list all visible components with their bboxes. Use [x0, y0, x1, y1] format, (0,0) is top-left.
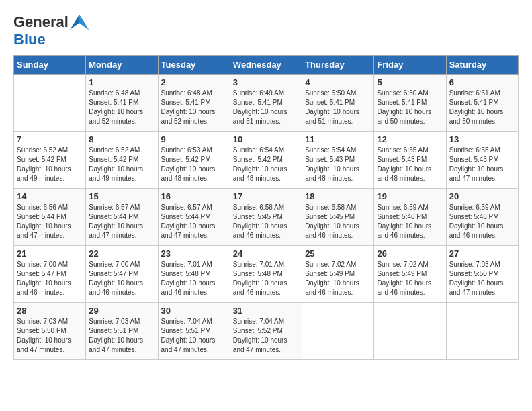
- calendar-table: SundayMondayTuesdayWednesdayThursdayFrid…: [13, 55, 519, 360]
- day-number: 29: [89, 306, 154, 316]
- day-info: Sunrise: 6:57 AM Sunset: 5:44 PM Dayligh…: [161, 203, 227, 240]
- calendar-cell: [374, 303, 446, 360]
- day-number: 4: [305, 77, 371, 87]
- calendar-week-3: 14Sunrise: 6:56 AM Sunset: 5:44 PM Dayli…: [14, 189, 519, 246]
- calendar-cell: 3Sunrise: 6:49 AM Sunset: 5:41 PM Daylig…: [230, 75, 302, 132]
- day-number: 26: [377, 248, 443, 259]
- day-number: 28: [17, 306, 83, 316]
- day-number: 21: [17, 248, 83, 259]
- weekday-header-tuesday: Tuesday: [158, 56, 230, 75]
- calendar-cell: 13Sunrise: 6:55 AM Sunset: 5:43 PM Dayli…: [446, 132, 518, 189]
- calendar-cell: 29Sunrise: 7:03 AM Sunset: 5:51 PM Dayli…: [86, 303, 158, 360]
- day-number: 24: [233, 248, 299, 259]
- day-info: Sunrise: 7:04 AM Sunset: 5:51 PM Dayligh…: [161, 317, 227, 355]
- day-info: Sunrise: 6:53 AM Sunset: 5:42 PM Dayligh…: [161, 146, 227, 183]
- svg-marker-1: [79, 15, 89, 30]
- logo-blue-text: Blue: [13, 31, 46, 48]
- weekday-header-wednesday: Wednesday: [230, 56, 302, 75]
- day-number: 12: [377, 134, 443, 144]
- weekday-header-thursday: Thursday: [302, 56, 374, 75]
- calendar-week-5: 28Sunrise: 7:03 AM Sunset: 5:50 PM Dayli…: [14, 303, 519, 360]
- day-number: 2: [161, 77, 227, 87]
- logo: General Blue: [13, 13, 89, 48]
- day-info: Sunrise: 6:51 AM Sunset: 5:41 PM Dayligh…: [449, 89, 515, 126]
- day-number: 18: [305, 191, 371, 201]
- weekday-header-sunday: Sunday: [14, 56, 86, 75]
- calendar-cell: 4Sunrise: 6:50 AM Sunset: 5:41 PM Daylig…: [302, 75, 374, 132]
- day-info: Sunrise: 6:55 AM Sunset: 5:43 PM Dayligh…: [449, 146, 515, 183]
- day-info: Sunrise: 7:02 AM Sunset: 5:49 PM Dayligh…: [377, 260, 443, 298]
- day-info: Sunrise: 7:03 AM Sunset: 5:51 PM Dayligh…: [89, 317, 154, 355]
- day-info: Sunrise: 6:50 AM Sunset: 5:41 PM Dayligh…: [305, 89, 371, 126]
- day-info: Sunrise: 6:59 AM Sunset: 5:46 PM Dayligh…: [449, 203, 515, 240]
- calendar-cell: 2Sunrise: 6:48 AM Sunset: 5:41 PM Daylig…: [158, 75, 230, 132]
- day-info: Sunrise: 6:52 AM Sunset: 5:42 PM Dayligh…: [89, 146, 154, 183]
- day-info: Sunrise: 7:00 AM Sunset: 5:47 PM Dayligh…: [17, 260, 83, 298]
- calendar-cell: 14Sunrise: 6:56 AM Sunset: 5:44 PM Dayli…: [14, 189, 86, 246]
- calendar-header-row: SundayMondayTuesdayWednesdayThursdayFrid…: [14, 56, 519, 75]
- calendar-cell: 28Sunrise: 7:03 AM Sunset: 5:50 PM Dayli…: [14, 303, 86, 360]
- day-number: 22: [89, 248, 154, 259]
- weekday-header-friday: Friday: [374, 56, 446, 75]
- day-number: 16: [161, 191, 227, 201]
- calendar-cell: 16Sunrise: 6:57 AM Sunset: 5:44 PM Dayli…: [158, 189, 230, 246]
- day-number: 6: [449, 77, 515, 87]
- day-number: 10: [233, 134, 299, 144]
- calendar-cell: 24Sunrise: 7:01 AM Sunset: 5:48 PM Dayli…: [230, 246, 302, 303]
- calendar-week-4: 21Sunrise: 7:00 AM Sunset: 5:47 PM Dayli…: [14, 246, 519, 303]
- calendar-cell: 1Sunrise: 6:48 AM Sunset: 5:41 PM Daylig…: [86, 75, 158, 132]
- day-number: 8: [89, 134, 154, 144]
- calendar-cell: 31Sunrise: 7:04 AM Sunset: 5:52 PM Dayli…: [230, 303, 302, 360]
- day-info: Sunrise: 6:59 AM Sunset: 5:46 PM Dayligh…: [377, 203, 443, 240]
- day-info: Sunrise: 6:54 AM Sunset: 5:42 PM Dayligh…: [233, 146, 299, 183]
- day-number: 17: [233, 191, 299, 201]
- day-number: 1: [89, 77, 154, 87]
- calendar-cell: 9Sunrise: 6:53 AM Sunset: 5:42 PM Daylig…: [158, 132, 230, 189]
- day-number: 15: [89, 191, 154, 201]
- calendar-cell: 17Sunrise: 6:58 AM Sunset: 5:45 PM Dayli…: [230, 189, 302, 246]
- calendar-cell: [446, 303, 518, 360]
- weekday-header-saturday: Saturday: [446, 56, 518, 75]
- calendar-week-1: 1Sunrise: 6:48 AM Sunset: 5:41 PM Daylig…: [14, 75, 519, 132]
- calendar-cell: 11Sunrise: 6:54 AM Sunset: 5:43 PM Dayli…: [302, 132, 374, 189]
- day-number: 14: [17, 191, 83, 201]
- calendar-cell: [302, 303, 374, 360]
- day-info: Sunrise: 7:01 AM Sunset: 5:48 PM Dayligh…: [161, 260, 227, 298]
- logo-bird-icon: [70, 15, 89, 30]
- calendar-cell: 5Sunrise: 6:50 AM Sunset: 5:41 PM Daylig…: [374, 75, 446, 132]
- calendar-cell: 12Sunrise: 6:55 AM Sunset: 5:43 PM Dayli…: [374, 132, 446, 189]
- calendar-cell: 6Sunrise: 6:51 AM Sunset: 5:41 PM Daylig…: [446, 75, 518, 132]
- weekday-header-monday: Monday: [86, 56, 158, 75]
- day-info: Sunrise: 6:50 AM Sunset: 5:41 PM Dayligh…: [377, 89, 443, 126]
- day-number: 27: [449, 248, 515, 259]
- day-info: Sunrise: 6:58 AM Sunset: 5:45 PM Dayligh…: [305, 203, 371, 240]
- calendar-cell: 15Sunrise: 6:57 AM Sunset: 5:44 PM Dayli…: [86, 189, 158, 246]
- calendar-week-2: 7Sunrise: 6:52 AM Sunset: 5:42 PM Daylig…: [14, 132, 519, 189]
- day-info: Sunrise: 6:56 AM Sunset: 5:44 PM Dayligh…: [17, 203, 83, 240]
- day-info: Sunrise: 7:02 AM Sunset: 5:49 PM Dayligh…: [305, 260, 371, 298]
- day-info: Sunrise: 6:48 AM Sunset: 5:41 PM Dayligh…: [89, 89, 154, 126]
- day-info: Sunrise: 7:03 AM Sunset: 5:50 PM Dayligh…: [17, 317, 83, 355]
- day-info: Sunrise: 7:03 AM Sunset: 5:50 PM Dayligh…: [449, 260, 515, 298]
- day-number: 30: [161, 306, 227, 316]
- day-number: 3: [233, 77, 299, 87]
- day-info: Sunrise: 6:52 AM Sunset: 5:42 PM Dayligh…: [17, 146, 83, 183]
- day-info: Sunrise: 6:55 AM Sunset: 5:43 PM Dayligh…: [377, 146, 443, 183]
- calendar-cell: 21Sunrise: 7:00 AM Sunset: 5:47 PM Dayli…: [14, 246, 86, 303]
- day-number: 25: [305, 248, 371, 259]
- calendar-cell: 25Sunrise: 7:02 AM Sunset: 5:49 PM Dayli…: [302, 246, 374, 303]
- day-number: 23: [161, 248, 227, 259]
- page-header: General Blue: [13, 13, 519, 48]
- day-number: 20: [449, 191, 515, 201]
- day-number: 11: [305, 134, 371, 144]
- calendar-cell: 7Sunrise: 6:52 AM Sunset: 5:42 PM Daylig…: [14, 132, 86, 189]
- day-number: 5: [377, 77, 443, 87]
- day-number: 9: [161, 134, 227, 144]
- day-info: Sunrise: 7:04 AM Sunset: 5:52 PM Dayligh…: [233, 317, 299, 355]
- day-info: Sunrise: 6:57 AM Sunset: 5:44 PM Dayligh…: [89, 203, 154, 240]
- logo-general: General: [13, 13, 89, 31]
- calendar-cell: 19Sunrise: 6:59 AM Sunset: 5:46 PM Dayli…: [374, 189, 446, 246]
- day-info: Sunrise: 6:54 AM Sunset: 5:43 PM Dayligh…: [305, 146, 371, 183]
- calendar-cell: 26Sunrise: 7:02 AM Sunset: 5:49 PM Dayli…: [374, 246, 446, 303]
- calendar-cell: 18Sunrise: 6:58 AM Sunset: 5:45 PM Dayli…: [302, 189, 374, 246]
